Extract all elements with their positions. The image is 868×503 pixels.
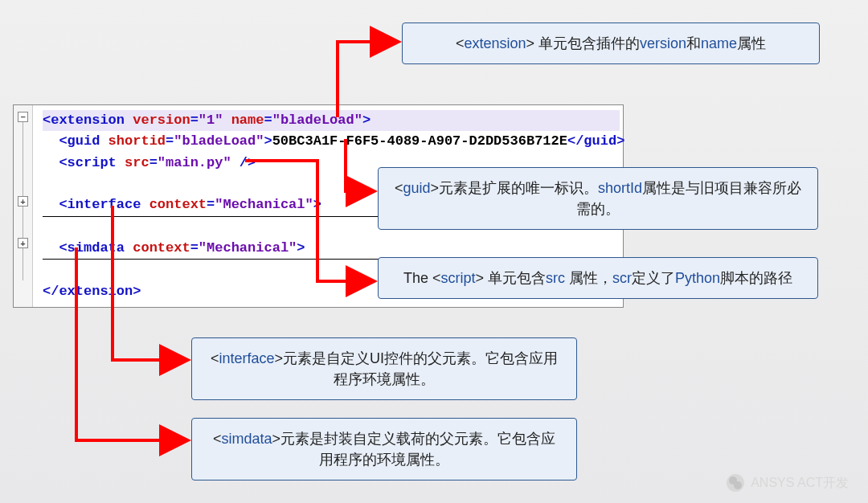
callout-guid: <guid>元素是扩展的唯一标识。shortId属性是与旧项目兼容所必需的。 bbox=[378, 167, 818, 230]
callout-simdata: <simdata>元素是封装自定义载荷的父元素。它包含应用程序的环境属性。 bbox=[191, 418, 577, 481]
eq: = bbox=[264, 112, 272, 128]
eq: = bbox=[149, 155, 158, 170]
tag: <script bbox=[59, 155, 116, 170]
code-line-extension: <extension version="1" name="bladeLoad"> bbox=[43, 110, 620, 131]
tag-close: > bbox=[313, 197, 321, 212]
val: "main.py" bbox=[158, 155, 231, 170]
val: "Mechanical" bbox=[215, 197, 313, 212]
watermark: ANSYS ACT开发 bbox=[727, 474, 849, 492]
tag: <extension bbox=[43, 112, 125, 128]
attr: src bbox=[117, 155, 149, 170]
tag: <guid bbox=[59, 133, 100, 149]
val: "Mechanical" bbox=[199, 240, 297, 256]
code-gutter: − + + bbox=[14, 105, 33, 307]
attr: version bbox=[125, 112, 190, 128]
eq: = bbox=[166, 133, 174, 149]
eq: = bbox=[190, 112, 199, 128]
callout-extension: <extension> 单元包含插件的version和name属性 bbox=[402, 22, 820, 64]
val: "bladeLoad" bbox=[174, 133, 264, 149]
tag: <simdata bbox=[59, 240, 125, 256]
tag-close: /> bbox=[231, 155, 256, 170]
attr: name bbox=[223, 112, 264, 128]
wechat-icon bbox=[727, 474, 744, 492]
code-line-guid: <guid shortid="bladeLoad">50BC3A1F-F6F5-… bbox=[43, 131, 620, 152]
val: "bladeLoad" bbox=[272, 112, 362, 128]
callout-script: The <script> 单元包含src 属性，scr定义了Python脚本的路… bbox=[378, 257, 818, 299]
fold-toggle-icon[interactable]: − bbox=[18, 112, 28, 122]
eq: = bbox=[190, 240, 199, 256]
fold-toggle-icon[interactable]: + bbox=[18, 196, 28, 207]
eq: = bbox=[207, 197, 215, 212]
attr: shortid bbox=[100, 133, 166, 149]
tag-close: > bbox=[297, 240, 305, 256]
fold-toggle-icon[interactable]: + bbox=[18, 238, 28, 248]
tag-close: > bbox=[264, 133, 272, 149]
tag: </guid> bbox=[567, 133, 624, 149]
watermark-text: ANSYS ACT开发 bbox=[751, 475, 849, 492]
guid-value: 50BC3A1F-F6F5-4089-A907-D2DD536B712E bbox=[272, 133, 567, 149]
attr: context bbox=[141, 197, 207, 212]
tag-close: > bbox=[362, 112, 371, 128]
callout-interface: <interface>元素是自定义UI控件的父元素。它包含应用程序环境属性。 bbox=[191, 337, 577, 400]
attr: context bbox=[125, 240, 190, 256]
val: "1" bbox=[199, 112, 223, 128]
tag: <interface bbox=[59, 197, 141, 212]
tag: </extension> bbox=[43, 284, 141, 299]
